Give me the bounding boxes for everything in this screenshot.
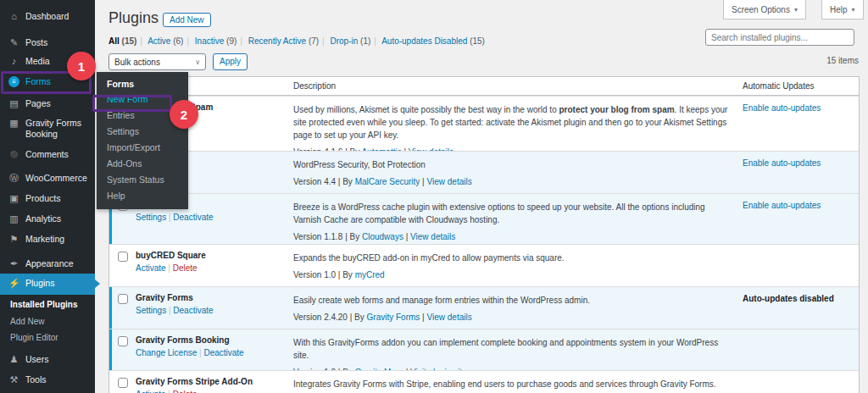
deactivate-link[interactable]: Deactivate bbox=[203, 348, 243, 357]
plugin-action-links: Change License | Deactivate bbox=[136, 348, 290, 357]
plugin-action-links: Settings | Deactivate bbox=[136, 306, 290, 315]
annotation-step-1-badge: 1 bbox=[67, 52, 96, 80]
chevron-down-icon: ▾ bbox=[852, 6, 855, 14]
activate-link[interactable]: Activate bbox=[136, 390, 166, 393]
sidebar-item-plugins[interactable]: ⚡Plugins bbox=[0, 274, 95, 295]
sidebar-item-woocommerce[interactable]: ⓌWooCommerce bbox=[0, 169, 95, 188]
filter-active[interactable]: Active (6) bbox=[147, 36, 183, 46]
enable-auto-updates-link[interactable]: Enable auto-updates bbox=[743, 201, 821, 210]
plugins-table: Description Automatic Updates Akismet An… bbox=[108, 76, 860, 393]
settings-link[interactable]: Settings bbox=[136, 213, 166, 222]
plugin-icon: ⚡ bbox=[8, 278, 19, 289]
sidebar-item-products[interactable]: ▣Products bbox=[0, 189, 95, 208]
deactivate-link[interactable]: Deactivate bbox=[173, 213, 213, 222]
filter-inactive[interactable]: Inactive (9) bbox=[195, 36, 236, 46]
plugin-action-links: Activate | Delete bbox=[136, 390, 290, 393]
delete-link[interactable]: Delete bbox=[173, 263, 198, 273]
view-details-link[interactable]: View details bbox=[410, 232, 455, 241]
sidebar-subitem-plugin-editor[interactable]: Plugin Editor bbox=[0, 330, 95, 346]
apply-button[interactable]: Apply bbox=[213, 53, 248, 70]
annotation-step-2-badge: 2 bbox=[170, 100, 198, 129]
column-header-description: Description bbox=[293, 81, 336, 91]
search-input[interactable] bbox=[705, 29, 854, 46]
items-count: 15 items bbox=[826, 56, 859, 65]
sidebar-item-posts[interactable]: ✎Posts bbox=[0, 33, 95, 53]
sidebar-item-tools[interactable]: ⚒Tools bbox=[0, 370, 95, 390]
plugin-action-links: Activate | Delete bbox=[136, 263, 290, 273]
enable-auto-updates-link[interactable]: Enable auto-updates bbox=[743, 158, 821, 168]
view-details-link[interactable]: View details bbox=[427, 177, 472, 186]
plugin-description: Easily create web forms and manage form … bbox=[293, 294, 730, 324]
table-row-gravity-forms-booking: Gravity Forms Booking Change License | D… bbox=[109, 329, 859, 370]
forms-flyout-menu: Forms New Form Entries Settings Import/E… bbox=[97, 72, 188, 209]
plugin-meta: Version 1.0 | By myCred bbox=[293, 268, 730, 281]
auto-updates-disabled-label: Auto-updates disabled bbox=[743, 294, 834, 303]
author-link[interactable]: MalCare Security bbox=[355, 177, 420, 186]
author-link[interactable]: myCred bbox=[355, 270, 385, 280]
author-link[interactable]: Cloudways bbox=[362, 232, 403, 241]
row-checkbox[interactable] bbox=[118, 336, 128, 346]
flyout-title-forms[interactable]: Forms bbox=[97, 76, 188, 91]
appearance-brush-icon: ✒ bbox=[8, 258, 19, 269]
sidebar-item-gravity-forms-booking[interactable]: ▦Gravity Forms Booking bbox=[0, 113, 95, 143]
pages-icon: ▤ bbox=[8, 98, 19, 109]
plugin-description: Breeze is a WordPress cache plugin with … bbox=[293, 201, 730, 243]
change-license-link[interactable]: Change License bbox=[136, 348, 197, 357]
view-details-link[interactable]: View details bbox=[426, 313, 471, 322]
row-checkbox[interactable] bbox=[118, 252, 128, 262]
help-button[interactable]: Help▾ bbox=[821, 0, 864, 19]
enable-auto-updates-link[interactable]: Enable auto-updates bbox=[743, 103, 821, 113]
filter-drop-in[interactable]: Drop-in (1) bbox=[331, 36, 371, 46]
plugin-name: Gravity Forms Stripe Add-On bbox=[136, 377, 290, 386]
activate-link[interactable]: Activate bbox=[136, 263, 166, 273]
flyout-item-add-ons[interactable]: Add-Ons bbox=[97, 156, 188, 172]
plugin-meta: Version 4.4 | By MalCare Security | View… bbox=[293, 175, 730, 188]
flyout-item-help[interactable]: Help bbox=[97, 188, 188, 204]
settings-link[interactable]: Settings bbox=[136, 306, 166, 315]
page-title: Plugins bbox=[108, 9, 159, 27]
sidebar-subitem-installed-plugins[interactable]: Installed Plugins bbox=[0, 297, 95, 313]
sidebar-item-users[interactable]: ♟Users bbox=[0, 350, 95, 369]
sidebar-item-analytics[interactable]: ▥Analytics bbox=[0, 209, 95, 229]
table-row-gravity-forms-stripe: Gravity Forms Stripe Add-On Activate | D… bbox=[109, 370, 859, 393]
flyout-item-import-export[interactable]: Import/Export bbox=[97, 140, 188, 156]
sidebar-item-marketing[interactable]: ⚑Marketing bbox=[0, 230, 95, 249]
plugin-meta: Version 1.1.8 | By Cloudways | View deta… bbox=[293, 230, 730, 243]
filter-auto-updates-disabled[interactable]: Auto-updates Disabled (15) bbox=[381, 36, 485, 46]
chevron-down-icon: ▾ bbox=[794, 6, 798, 14]
filter-recently-active[interactable]: Recently Active (7) bbox=[248, 36, 319, 46]
bulk-actions-select[interactable]: Bulk actions∨ bbox=[108, 53, 206, 70]
sidebar-subitem-add-new[interactable]: Add New bbox=[0, 314, 95, 329]
sidebar-item-appearance[interactable]: ✒Appearance bbox=[0, 254, 95, 274]
woocommerce-icon: Ⓦ bbox=[8, 173, 19, 184]
comment-bubble-icon: ⚫ bbox=[8, 149, 19, 160]
sidebar-item-comments[interactable]: ⚫Comments bbox=[0, 145, 95, 164]
author-link[interactable]: Gravity Forms bbox=[367, 313, 420, 322]
filter-all[interactable]: All (15) bbox=[108, 36, 136, 46]
plugin-name: Gravity Forms Booking bbox=[136, 335, 290, 345]
delete-link[interactable]: Delete bbox=[173, 390, 198, 393]
plugin-description: Integrates Gravity Forms with Stripe, en… bbox=[293, 378, 730, 390]
tools-icon: ⚒ bbox=[8, 374, 19, 385]
calendar-icon: ▦ bbox=[8, 118, 19, 129]
plugin-description: Expands the buyCRED add-on in myCred to … bbox=[293, 252, 730, 281]
row-checkbox[interactable] bbox=[118, 378, 128, 388]
megaphone-icon: ⚑ bbox=[8, 234, 19, 245]
flyout-item-system-status[interactable]: System Status bbox=[97, 172, 188, 188]
plugin-name: buyCRED Square bbox=[136, 251, 290, 260]
table-header: Description Automatic Updates bbox=[109, 77, 859, 96]
table-row-gravity-forms: Gravity Forms Settings | Deactivate Easi… bbox=[109, 286, 859, 329]
gravity-forms-icon: ≡ bbox=[8, 76, 19, 87]
products-box-icon: ▣ bbox=[8, 193, 19, 204]
media-icon: ♪ bbox=[8, 56, 19, 67]
row-checkbox[interactable] bbox=[118, 294, 128, 304]
sidebar-item-dashboard[interactable]: ⌂Dashboard bbox=[0, 7, 95, 26]
deactivate-link[interactable]: Deactivate bbox=[173, 306, 213, 315]
screen-options-button[interactable]: Screen Options▾ bbox=[723, 0, 806, 19]
sidebar-item-pages[interactable]: ▤Pages bbox=[0, 94, 95, 113]
plugin-action-links: Settings | Deactivate bbox=[136, 213, 290, 222]
add-new-button[interactable]: Add New bbox=[163, 13, 211, 27]
bar-chart-icon: ▥ bbox=[8, 213, 19, 224]
table-row-akismet: Akismet Anti-Spam Used by millions, Akis… bbox=[109, 96, 859, 151]
dashboard-icon: ⌂ bbox=[8, 11, 19, 22]
